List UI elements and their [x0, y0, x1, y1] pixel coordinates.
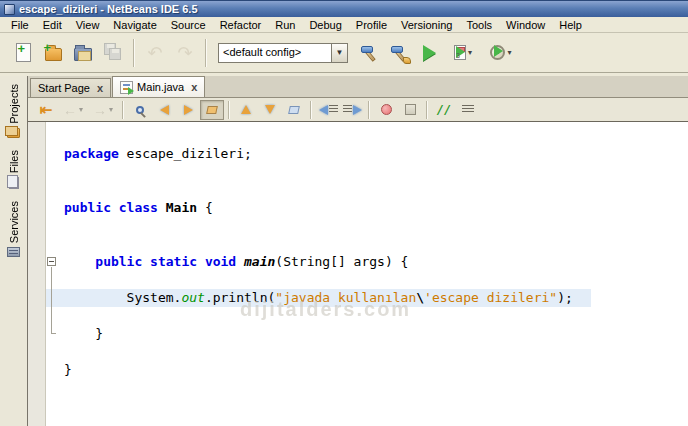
menu-item-file[interactable]: File	[4, 18, 36, 32]
build-project-button[interactable]	[354, 38, 384, 68]
config-dropdown[interactable]: <default config> ▼	[218, 43, 348, 63]
menu-item-versioning[interactable]: Versioning	[394, 18, 459, 32]
new-project-button[interactable]: +	[38, 38, 68, 68]
close-icon[interactable]: x	[97, 82, 103, 94]
menu-item-window[interactable]: Window	[499, 18, 552, 32]
editor-toolbar-separator	[426, 101, 428, 119]
previous-bookmark-icon	[241, 105, 251, 114]
code-line-13	[46, 343, 688, 361]
stop-icon	[405, 104, 416, 115]
comment-icon: //	[437, 103, 451, 117]
sidebar-item-files[interactable]: Files	[1, 144, 27, 195]
code-token-main-method: main	[244, 254, 275, 269]
menu-item-source[interactable]: Source	[164, 18, 213, 32]
chevron-down-icon[interactable]: ▾	[468, 48, 472, 57]
menu-item-profile[interactable]: Profile	[349, 18, 394, 32]
forward-button[interactable]: →▾	[88, 100, 118, 120]
stop-macro-recording-button[interactable]	[398, 100, 422, 120]
chevron-down-icon[interactable]: ▾	[507, 48, 511, 57]
menu-item-tools[interactable]: Tools	[459, 18, 499, 32]
find-button[interactable]	[128, 100, 152, 120]
editor-tab-bar: Start Page x Main.java x	[28, 76, 688, 98]
menu-item-refactor[interactable]: Refactor	[213, 18, 269, 32]
window-title: escape_dizileri - NetBeans IDE 6.5	[19, 3, 198, 15]
code-token-plain: }	[64, 326, 103, 341]
code-token-plain: System.	[64, 290, 181, 305]
code-token-escape: \	[416, 290, 424, 305]
shift-left-icon	[319, 105, 338, 115]
toggle-bookmark-button[interactable]	[282, 100, 306, 120]
find-next-button[interactable]	[176, 100, 200, 120]
code-line-9	[46, 271, 688, 289]
last-edit-location-button[interactable]: ⇤	[34, 100, 58, 120]
back-icon: ←	[63, 103, 77, 117]
previous-bookmark-button[interactable]	[234, 100, 258, 120]
shift-line-right-button[interactable]	[340, 100, 364, 120]
undo-icon: ↶	[147, 44, 162, 62]
run-project-button[interactable]	[414, 38, 444, 68]
code-line-3	[46, 163, 688, 181]
open-project-button[interactable]	[68, 38, 98, 68]
code-line-2: package escape_dizileri;	[46, 145, 688, 163]
menu-bar: FileEditViewNavigateSourceRefactorRunDeb…	[0, 17, 688, 33]
close-icon[interactable]: x	[191, 81, 197, 93]
watermark: dijitalders.com	[240, 298, 411, 321]
fold-guide-end	[51, 333, 56, 334]
shift-line-left-button[interactable]	[316, 100, 340, 120]
debug-project-button[interactable]: ▾	[444, 38, 482, 68]
back-button[interactable]: ←▾	[58, 100, 88, 120]
code-editor[interactable]: package escape_dizileri;public class Mai…	[46, 122, 688, 426]
new-file-icon: +	[16, 43, 31, 62]
tab-main-java[interactable]: Main.java x	[112, 76, 205, 97]
find-previous-button[interactable]	[152, 100, 176, 120]
menu-item-navigate[interactable]: Navigate	[106, 18, 163, 32]
editor-toolbar-separator	[228, 101, 230, 119]
toggle-highlight-search-button[interactable]	[200, 100, 224, 120]
editor-toolbar-separator	[368, 101, 370, 119]
code-line-7	[46, 235, 688, 253]
find-next-icon	[184, 105, 193, 115]
uncomment-button[interactable]	[456, 100, 480, 120]
java-file-icon	[120, 81, 133, 94]
sidebar-item-label: Files	[8, 150, 20, 173]
clean-build-project-button[interactable]	[384, 38, 414, 68]
run-icon	[423, 45, 436, 61]
chevron-down-icon: ▾	[79, 105, 83, 114]
code-token-plain: (String[] args) {	[275, 254, 408, 269]
menu-item-view[interactable]: View	[69, 18, 107, 32]
code-token-plain	[64, 254, 95, 269]
tab-start-page[interactable]: Start Page x	[30, 78, 111, 97]
title-bar[interactable]: escape_dizileri - NetBeans IDE 6.5	[0, 0, 688, 17]
redo-button[interactable]: ↷	[170, 38, 200, 68]
sidebar-item-projects[interactable]: Projects	[1, 78, 27, 144]
hammer-icon	[359, 43, 379, 63]
menu-item-help[interactable]: Help	[552, 18, 589, 32]
undo-button[interactable]: ↶	[140, 38, 170, 68]
open-project-icon	[74, 48, 92, 61]
menu-item-run[interactable]: Run	[268, 18, 302, 32]
fold-guide-line	[51, 267, 52, 333]
new-file-button[interactable]: +	[8, 38, 38, 68]
code-token-class-name: Main	[166, 200, 197, 215]
sidebar-item-services[interactable]: Services	[1, 195, 27, 263]
last-edit-icon: ⇤	[40, 102, 53, 117]
fold-collapse-marker[interactable]	[47, 257, 56, 266]
comment-button[interactable]: //	[432, 100, 456, 120]
menu-item-edit[interactable]: Edit	[36, 18, 69, 32]
chevron-down-icon: ▾	[109, 105, 113, 114]
save-all-button[interactable]	[98, 38, 128, 68]
editor-gutter[interactable]	[28, 122, 46, 426]
start-macro-recording-button[interactable]	[374, 100, 398, 120]
config-dropdown-arrow-icon[interactable]: ▼	[331, 44, 347, 62]
code-line-6	[46, 217, 688, 235]
editor-toolbar: ⇤ ←▾ →▾ //	[28, 98, 688, 122]
redo-icon: ↷	[177, 44, 192, 62]
editor-toolbar-separator	[310, 101, 312, 119]
menu-item-debug[interactable]: Debug	[302, 18, 348, 32]
code-line-5: public class Main {	[46, 199, 688, 217]
profile-project-button[interactable]: ▾	[482, 38, 520, 68]
bookmark-icon	[288, 106, 300, 114]
tab-label: Start Page	[38, 82, 90, 94]
sidebar-item-label: Projects	[8, 84, 20, 124]
next-bookmark-button[interactable]	[258, 100, 282, 120]
